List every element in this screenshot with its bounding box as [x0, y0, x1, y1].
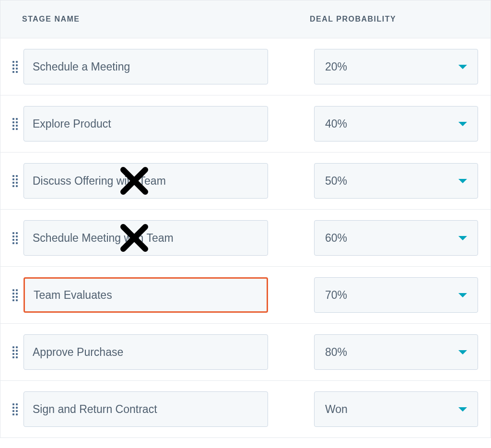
- stage-name-input[interactable]: Discuss Offering with Team: [23, 163, 268, 199]
- probability-select[interactable]: 80%: [314, 334, 478, 370]
- drag-handle-icon[interactable]: [8, 175, 22, 187]
- stage-name-cell: Explore Product: [22, 106, 314, 141]
- table-row: Explore Product40%: [0, 95, 491, 153]
- chevron-down-icon: [458, 236, 467, 240]
- table-row: Discuss Offering with Team50%: [0, 153, 491, 210]
- drag-handle-icon[interactable]: [8, 289, 22, 301]
- stage-name-input[interactable]: Schedule Meeting with Team: [23, 220, 268, 256]
- probability-cell: 70%: [314, 277, 491, 313]
- stages-table: STAGE NAME DEAL PROBABILITY Schedule a M…: [0, 0, 491, 438]
- table-body: Schedule a Meeting20%Explore Product40%D…: [0, 38, 491, 438]
- stage-name-cell: Team Evaluates: [22, 277, 314, 313]
- probability-select[interactable]: 60%: [314, 220, 478, 256]
- drag-handle-icon[interactable]: [8, 346, 22, 358]
- chevron-down-icon: [458, 293, 467, 297]
- probability-select[interactable]: 50%: [314, 163, 478, 199]
- table-row: Team Evaluates70%: [0, 267, 491, 324]
- stage-name-cell: Sign and Return Contract: [22, 391, 314, 427]
- stage-name-input[interactable]: Sign and Return Contract: [23, 391, 268, 427]
- table-row: Schedule a Meeting20%: [0, 38, 491, 95]
- probability-select[interactable]: 20%: [314, 49, 478, 84]
- stage-name-input[interactable]: Approve Purchase: [23, 334, 268, 370]
- chevron-down-icon: [458, 179, 467, 183]
- table-row: Approve Purchase80%: [0, 324, 491, 381]
- probability-cell: 50%: [314, 163, 491, 199]
- probability-value: 70%: [325, 289, 347, 302]
- chevron-down-icon: [458, 350, 467, 354]
- probability-select[interactable]: 40%: [314, 106, 478, 141]
- probability-value: Won: [325, 403, 348, 416]
- probability-select[interactable]: Won: [314, 391, 478, 427]
- probability-cell: 80%: [314, 334, 491, 370]
- table-header: STAGE NAME DEAL PROBABILITY: [0, 0, 491, 38]
- probability-cell: Won: [314, 391, 491, 427]
- probability-value: 80%: [325, 346, 347, 359]
- drag-handle-icon[interactable]: [8, 403, 22, 415]
- stage-name-cell: Schedule Meeting with Team: [22, 220, 314, 256]
- probability-cell: 20%: [314, 49, 491, 84]
- drag-handle-icon[interactable]: [8, 232, 22, 244]
- probability-cell: 60%: [314, 220, 491, 256]
- stage-name-input[interactable]: Explore Product: [23, 106, 268, 141]
- stage-name-cell: Discuss Offering with Team: [22, 163, 314, 199]
- probability-select[interactable]: 70%: [314, 277, 478, 313]
- drag-handle-icon[interactable]: [8, 61, 22, 73]
- drag-handle-icon[interactable]: [8, 118, 22, 130]
- stage-name-cell: Approve Purchase: [22, 334, 314, 370]
- table-row: Sign and Return ContractWon: [0, 381, 491, 438]
- stage-name-input[interactable]: Schedule a Meeting: [23, 49, 268, 84]
- probability-value: 40%: [325, 118, 347, 130]
- probability-cell: 40%: [314, 106, 491, 141]
- header-stage-name: STAGE NAME: [22, 15, 310, 24]
- header-deal-probability: DEAL PROBABILITY: [310, 15, 396, 24]
- chevron-down-icon: [458, 65, 467, 69]
- probability-value: 60%: [325, 232, 347, 245]
- stage-name-cell: Schedule a Meeting: [22, 49, 314, 84]
- chevron-down-icon: [458, 122, 467, 126]
- probability-value: 20%: [325, 60, 347, 73]
- stage-name-input[interactable]: Team Evaluates: [23, 277, 268, 313]
- table-row: Schedule Meeting with Team60%: [0, 210, 491, 267]
- probability-value: 50%: [325, 175, 347, 188]
- chevron-down-icon: [458, 407, 467, 412]
